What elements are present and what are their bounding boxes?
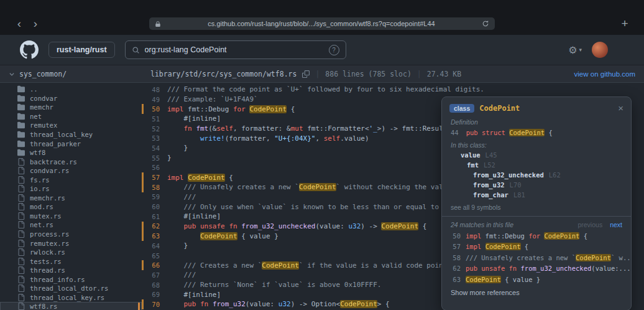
- line-number[interactable]: 51: [144, 115, 160, 123]
- new-tab-button[interactable]: +: [617, 17, 633, 29]
- copy-icon[interactable]: [302, 70, 310, 78]
- code-text: ///: [167, 193, 196, 201]
- code-token: ` w...: [611, 254, 631, 261]
- match-row-line-57[interactable]: 57impl CodePoint {: [442, 242, 631, 253]
- search-match-token: CodePoint: [576, 254, 611, 261]
- tree-item-wtf8.rs[interactable]: wtf8.rs: [0, 302, 142, 310]
- tree-item-thread_info.rs[interactable]: thread_info.rs: [0, 275, 142, 284]
- content: ..condvarmemchrnetremutexthread_local_ke…: [0, 83, 644, 310]
- reload-icon[interactable]: [482, 20, 489, 27]
- symbol-value[interactable]: valueL45: [442, 150, 631, 160]
- line-number[interactable]: 66: [144, 261, 160, 269]
- tree-item-remutex[interactable]: remutex: [0, 121, 142, 130]
- line-number[interactable]: 49: [144, 96, 160, 103]
- next-match-link[interactable]: next: [610, 221, 622, 228]
- code-token: pub struct: [466, 129, 505, 136]
- line-number[interactable]: 63: [144, 232, 160, 240]
- avatar[interactable]: [592, 42, 608, 58]
- tree-item-label: thread_info.rs: [30, 276, 85, 283]
- line-number[interactable]: 56: [144, 164, 160, 171]
- tree-item-wtf8[interactable]: wtf8: [0, 148, 142, 157]
- line-number[interactable]: 52: [144, 125, 160, 133]
- tree-item-thread_local_key.rs[interactable]: thread_local_key.rs: [0, 293, 142, 303]
- match-row-line-63[interactable]: 63CodePoint { value }: [442, 274, 631, 285]
- code-token: ///: [184, 271, 196, 279]
- tree-item-net.rs[interactable]: net.rs: [0, 220, 142, 230]
- tree-item-remutex.rs[interactable]: remutex.rs: [0, 238, 142, 248]
- back-button[interactable]: ‹: [11, 17, 27, 29]
- definition-row[interactable]: 44 pub struct CodePoint {: [442, 127, 631, 138]
- search-box[interactable]: org:rust-lang CodePoint ?: [125, 40, 346, 59]
- show-more-references-link[interactable]: Show more references: [442, 285, 631, 300]
- previous-match-link[interactable]: previous: [577, 221, 602, 228]
- tree-item-label: thread_local_key.rs: [30, 294, 104, 301]
- code-token: pub: [184, 300, 196, 308]
- tree-item-condvar[interactable]: condvar: [0, 94, 142, 103]
- line-number[interactable]: 67: [144, 271, 160, 279]
- search-input[interactable]: org:rust-lang CodePoint: [145, 45, 324, 54]
- line-number[interactable]: 48: [144, 86, 160, 93]
- settings-menu[interactable]: ⚙ ▾: [568, 44, 582, 56]
- tree-item-label: process.rs: [30, 230, 69, 238]
- tree-item-backtrace.rs[interactable]: backtrace.rs: [0, 157, 142, 166]
- file-icon: [17, 203, 25, 210]
- line-number[interactable]: 50: [144, 105, 160, 113]
- tree-item-process.rs[interactable]: process.rs: [0, 230, 142, 239]
- tree-item-io.rs[interactable]: io.rs: [0, 184, 142, 194]
- tree-item-fs.rs[interactable]: fs.rs: [0, 175, 142, 184]
- sidebar-header[interactable]: sys_common/: [0, 65, 142, 82]
- github-logo-icon[interactable]: [20, 40, 39, 59]
- search-match-token: CodePoint: [249, 105, 287, 113]
- address-bar[interactable]: cs.github.com/rust-lang/rust/blob/.../sy…: [149, 17, 495, 30]
- line-number[interactable]: 54: [144, 144, 160, 152]
- symbol-from_u32_unchecked[interactable]: from_u32_uncheckedL62: [442, 170, 631, 180]
- tree-item-thread_local_dtor.rs[interactable]: thread_local_dtor.rs: [0, 284, 142, 293]
- match-row-line-62[interactable]: 62pub unsafe fn from_u32_unchecked(value…: [442, 263, 631, 275]
- code-token: [167, 134, 200, 143]
- line-number[interactable]: 57: [144, 174, 160, 181]
- line-number[interactable]: 65: [144, 252, 160, 260]
- tree-item-mod.rs[interactable]: mod.rs: [0, 202, 142, 212]
- code-token: [208, 300, 213, 308]
- line-number[interactable]: 60: [144, 203, 160, 210]
- tree-item-tests.rs[interactable]: tests.rs: [0, 256, 142, 266]
- line-number[interactable]: 58: [144, 184, 160, 191]
- match-code: /// Unsafely creates a new `CodePoint` w…: [466, 254, 631, 261]
- search-match-token: CodePoint: [509, 129, 545, 136]
- tree-item-label: io.rs: [30, 185, 50, 192]
- line-number[interactable]: 53: [144, 134, 160, 142]
- see-all-symbols-link[interactable]: see all 9 symbols: [442, 200, 631, 214]
- line-number[interactable]: 64: [144, 242, 160, 250]
- line-number[interactable]: 62: [144, 222, 160, 230]
- match-code: CodePoint { value }: [466, 276, 540, 283]
- line-number[interactable]: 70: [144, 301, 160, 308]
- match-row-line-50[interactable]: 50impl fmt::Debug for CodePoint {: [442, 230, 631, 242]
- tree-item-..[interactable]: ..: [0, 85, 142, 94]
- line-number[interactable]: 68: [144, 281, 160, 289]
- match-row-line-58[interactable]: 58/// Unsafely creates a new `CodePoint`…: [442, 252, 631, 263]
- tree-item-rwlock.rs[interactable]: rwlock.rs: [0, 248, 142, 257]
- tree-item-thread_parker[interactable]: thread_parker: [0, 139, 142, 148]
- tree-item-memchr[interactable]: memchr: [0, 103, 142, 112]
- tree-item-thread.rs[interactable]: thread.rs: [0, 266, 142, 275]
- tree-item-thread_local_key[interactable]: thread_local_key: [0, 130, 142, 139]
- repo-scope-button[interactable]: rust-lang/rust: [48, 42, 115, 58]
- code-text: /// Only use when `value` is known to be…: [167, 203, 480, 211]
- line-number[interactable]: 59: [144, 193, 160, 200]
- tree-item-condvar.rs[interactable]: condvar.rs: [0, 166, 142, 176]
- tree-item-net[interactable]: net: [0, 112, 142, 121]
- close-icon[interactable]: ×: [618, 103, 623, 113]
- symbol-from_u32[interactable]: from_u32L70: [442, 180, 631, 190]
- view-on-github-link[interactable]: view on github.com: [574, 70, 635, 78]
- symbol-fmt[interactable]: fmtL52: [442, 160, 631, 170]
- line-number[interactable]: 61: [144, 213, 160, 220]
- symbol-from_char[interactable]: from_charL81: [442, 190, 631, 200]
- tree-item-mutex.rs[interactable]: mutex.rs: [0, 212, 142, 221]
- tree-item-memchr.rs[interactable]: memchr.rs: [0, 194, 142, 203]
- help-icon[interactable]: ?: [329, 45, 339, 55]
- line-number[interactable]: 55: [144, 154, 160, 162]
- code-text: }: [167, 154, 172, 162]
- code-text: #[inline]: [167, 212, 221, 220]
- forward-button[interactable]: ›: [27, 17, 44, 29]
- line-number[interactable]: 69: [144, 291, 160, 298]
